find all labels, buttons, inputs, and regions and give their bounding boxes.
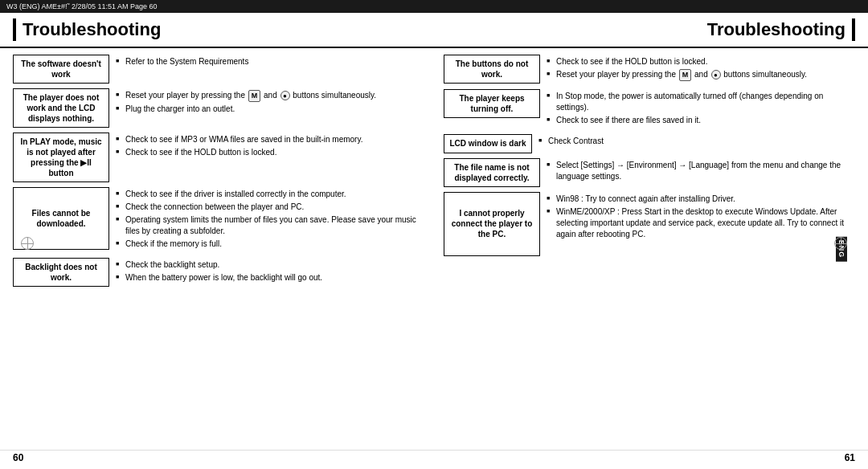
header-right-line (852, 18, 855, 41)
m-button-icon2: M (679, 69, 692, 81)
top-bar-text: W3 (ENG) AME±#!˜ 2/28/05 11:51 AM Page 6… (6, 2, 158, 10)
r-solution-box-4: Select [Settings] → [Environment] → [Lan… (543, 158, 855, 186)
solution-box-5: Check the backlight setup. When the batt… (113, 258, 424, 287)
page-header: Troubleshooting Troubleshooting (0, 13, 868, 48)
solution-item: Win98 : Try to connect again after insta… (547, 194, 852, 205)
solution-box-1: Refer to the System Requirements (113, 55, 424, 71)
solution-item: Plug the charger into an outlet. (116, 104, 421, 115)
r-problem-box-1: The buttons do not work. (444, 55, 540, 84)
right-panel: The buttons do not work. Check to see if… (444, 55, 855, 443)
trouble-row-1: The software doesn't work Refer to the S… (13, 55, 424, 84)
solution-item: Check Contrast (538, 136, 852, 147)
r-trouble-row-3: LCD window is dark Check Contrast (444, 134, 855, 153)
solution-box-2: Reset your player by pressing the M and … (113, 88, 424, 118)
problem-text-1: The software doesn't work (18, 59, 104, 80)
solution-item: Check if the memory is full. (116, 239, 421, 250)
r-solution-box-5: Win98 : Try to connect again after insta… (543, 192, 855, 243)
problem-text-3: In PLAY mode, music is not played after … (18, 137, 104, 178)
trouble-row-4: Files cannot be downloaded. Check to see… (13, 187, 424, 253)
r-trouble-row-5: I cannot properly connect the player to … (444, 192, 855, 256)
footer-right-page: 61 (845, 452, 855, 463)
problem-text-4: Files cannot be downloaded. (18, 208, 104, 229)
solution-item: Check to see if there are files saved in… (547, 115, 852, 126)
r-problem-box-4: The file name is not displayed correctly… (444, 158, 540, 187)
r-problem-text-4: The file name is not displayed correctly… (449, 162, 534, 183)
footer-left-page: 60 (13, 452, 23, 463)
problem-box-3: In PLAY mode, music is not played after … (13, 133, 109, 182)
header-left-line (13, 18, 16, 41)
header-left-title: Troubleshooting (23, 19, 161, 40)
problem-box-1: The software doesn't work (13, 55, 109, 84)
circle-button-icon: ● (280, 91, 290, 100)
r-trouble-row-1: The buttons do not work. Check to see if… (444, 55, 855, 84)
solution-box-3: Check to see if MP3 or WMA files are sav… (113, 133, 424, 161)
r-problem-text-1: The buttons do not work. (449, 59, 534, 80)
trouble-row-5: Backlight does not work. Check the backl… (13, 258, 424, 287)
trouble-row-2: The player does not work and the LCD dis… (13, 88, 424, 128)
r-problem-text-3: LCD window is dark (449, 138, 526, 149)
r-solution-box-3: Check Contrast (535, 134, 855, 150)
crosshair-left (21, 237, 34, 250)
solution-item: Operating system limits the number of fi… (116, 214, 421, 237)
problem-box-5: Backlight does not work. (13, 258, 109, 287)
top-bar: W3 (ENG) AME±#!˜ 2/28/05 11:51 AM Page 6… (0, 0, 868, 13)
header-right: Troubleshooting (434, 18, 855, 41)
solution-item: In Stop mode, the power is automatically… (547, 91, 852, 113)
solution-item: Reset your player by pressing the M and … (116, 90, 421, 102)
solution-item: Check the backlight setup. (116, 259, 421, 271)
crosshair-right (834, 237, 847, 250)
r-problem-box-5: I cannot properly connect the player to … (444, 192, 540, 256)
problem-text-2: The player does not work and the LCD dis… (18, 92, 104, 124)
solution-item: Check the connection between the player … (116, 202, 421, 213)
problem-box-2: The player does not work and the LCD dis… (13, 88, 109, 128)
solution-item: Check to see if the HOLD button is locke… (116, 147, 421, 158)
r-solution-box-2: In Stop mode, the power is automatically… (543, 89, 855, 129)
r-trouble-row-4: The file name is not displayed correctly… (444, 158, 855, 187)
m-button-icon: M (248, 90, 261, 102)
solution-item: Refer to the System Requirements (116, 56, 421, 67)
circle-button-icon2: ● (711, 70, 721, 80)
r-trouble-row-2: The player keeps turning off. In Stop mo… (444, 89, 855, 129)
solution-item: Check to see if the driver is installed … (116, 189, 421, 200)
solution-item: When the battery power is low, the backl… (116, 272, 421, 283)
r-problem-box-2: The player keeps turning off. (444, 89, 540, 118)
solution-item: WinME/2000/XP : Press Start in the deskt… (547, 206, 852, 240)
main-content: The software doesn't work Refer to the S… (0, 48, 868, 450)
solution-item: Check to see if MP3 or WMA files are sav… (116, 134, 421, 145)
problem-text-5: Backlight does not work. (18, 262, 104, 283)
r-solution-box-1: Check to see if the HOLD button is locke… (543, 55, 855, 84)
page-footer: 60 61 (0, 450, 868, 465)
r-problem-box-3: LCD window is dark (444, 134, 532, 153)
solution-item: Select [Settings] → [Environment] → [Lan… (547, 160, 852, 182)
right-wrapper: The buttons do not work. Check to see if… (444, 55, 855, 443)
solution-item: Check to see if the HOLD button is locke… (547, 56, 852, 67)
header-left: Troubleshooting (13, 18, 434, 41)
left-panel: The software doesn't work Refer to the S… (13, 55, 424, 443)
r-problem-text-5: I cannot properly connect the player to … (449, 208, 534, 239)
r-problem-text-2: The player keeps turning off. (449, 93, 534, 114)
solution-box-4: Check to see if the driver is installed … (113, 187, 424, 253)
solution-item: Reset your player by pressing the M and … (547, 69, 852, 81)
trouble-row-3: In PLAY mode, music is not played after … (13, 133, 424, 182)
header-right-title: Troubleshooting (707, 19, 845, 40)
